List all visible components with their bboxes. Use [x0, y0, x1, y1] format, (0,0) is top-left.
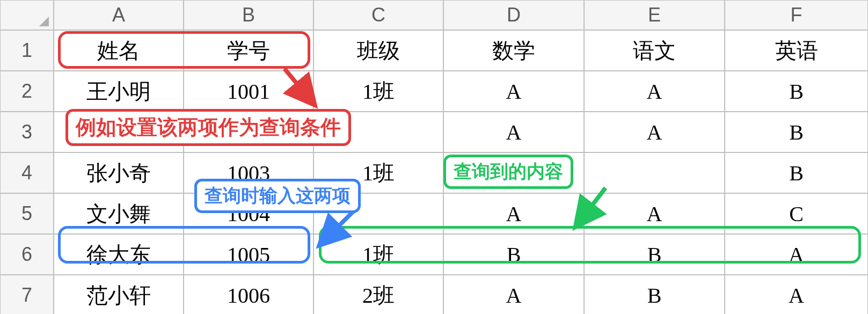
row-header-1[interactable]: 1: [0, 30, 54, 71]
cell-E7[interactable]: B: [584, 275, 725, 314]
cell-B6[interactable]: 1005: [184, 234, 313, 275]
cell-D5[interactable]: A: [443, 193, 584, 234]
cell-A2[interactable]: 王小明: [54, 71, 184, 112]
cell-E6[interactable]: B: [584, 234, 725, 275]
row-header-7[interactable]: 7: [0, 275, 54, 314]
cell-F3[interactable]: B: [725, 112, 868, 152]
row-header-5[interactable]: 5: [0, 193, 54, 234]
cell-F4[interactable]: B: [725, 152, 868, 193]
annotation-red-callout: 例如设置该两项作为查询条件: [65, 109, 351, 146]
row-header-3[interactable]: 3: [0, 112, 54, 152]
cell-D3[interactable]: A: [443, 112, 584, 152]
col-header-B[interactable]: B: [184, 0, 313, 30]
col-header-F[interactable]: F: [725, 0, 868, 30]
select-all-corner[interactable]: [0, 0, 54, 30]
cell-E1[interactable]: 语文: [584, 30, 725, 71]
cell-F1[interactable]: 英语: [725, 30, 868, 71]
cell-F6[interactable]: A: [725, 234, 868, 275]
cell-D1[interactable]: 数学: [443, 30, 584, 71]
cell-D7[interactable]: A: [443, 275, 584, 314]
cell-B7[interactable]: 1006: [184, 275, 313, 314]
col-header-E[interactable]: E: [584, 0, 725, 30]
row-header-6[interactable]: 6: [0, 234, 54, 275]
cell-A1[interactable]: 姓名: [54, 30, 184, 71]
cell-D6[interactable]: B: [443, 234, 584, 275]
cell-D2[interactable]: A: [443, 71, 584, 112]
cell-F7[interactable]: A: [725, 275, 868, 314]
row-header-4[interactable]: 4: [0, 152, 54, 193]
cell-E3[interactable]: A: [584, 112, 725, 152]
cell-C2[interactable]: 1班: [313, 71, 443, 112]
cell-F5[interactable]: C: [725, 193, 868, 234]
cell-C7[interactable]: 2班: [313, 275, 443, 314]
cell-B2[interactable]: 1001: [184, 71, 313, 112]
cell-A5[interactable]: 文小舞: [54, 193, 184, 234]
annotation-green-callout: 查询到的内容: [443, 155, 573, 189]
cell-E4[interactable]: [584, 152, 725, 193]
cell-B1[interactable]: 学号: [184, 30, 313, 71]
cell-A6[interactable]: 徐大东: [54, 234, 184, 275]
cell-E5[interactable]: A: [584, 193, 725, 234]
col-header-C[interactable]: C: [313, 0, 443, 30]
cell-A7[interactable]: 范小轩: [54, 275, 184, 314]
cell-C6[interactable]: 1班: [313, 234, 443, 275]
cell-A4[interactable]: 张小奇: [54, 152, 184, 193]
cell-C1[interactable]: 班级: [313, 30, 443, 71]
col-header-D[interactable]: D: [443, 0, 584, 30]
cell-F2[interactable]: B: [725, 71, 868, 112]
col-header-A[interactable]: A: [54, 0, 184, 30]
row-header-2[interactable]: 2: [0, 71, 54, 112]
annotation-blue-callout: 查询时输入这两项: [194, 179, 361, 213]
cell-E2[interactable]: A: [584, 71, 725, 112]
spreadsheet-grid[interactable]: A B C D E F 1 姓名 学号 班级 数学 语文 英语 2 王小明 10…: [0, 0, 868, 314]
